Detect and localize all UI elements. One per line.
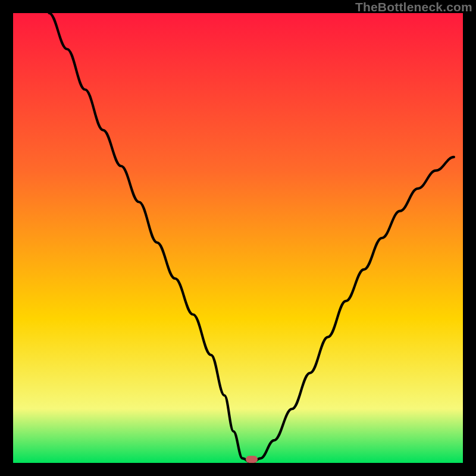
plot-area [13,13,463,463]
optimal-point-marker [246,456,258,463]
chart-frame: TheBottleneck.com [0,0,476,476]
bottleneck-curve [13,13,463,463]
watermark-text: TheBottleneck.com [355,0,472,14]
